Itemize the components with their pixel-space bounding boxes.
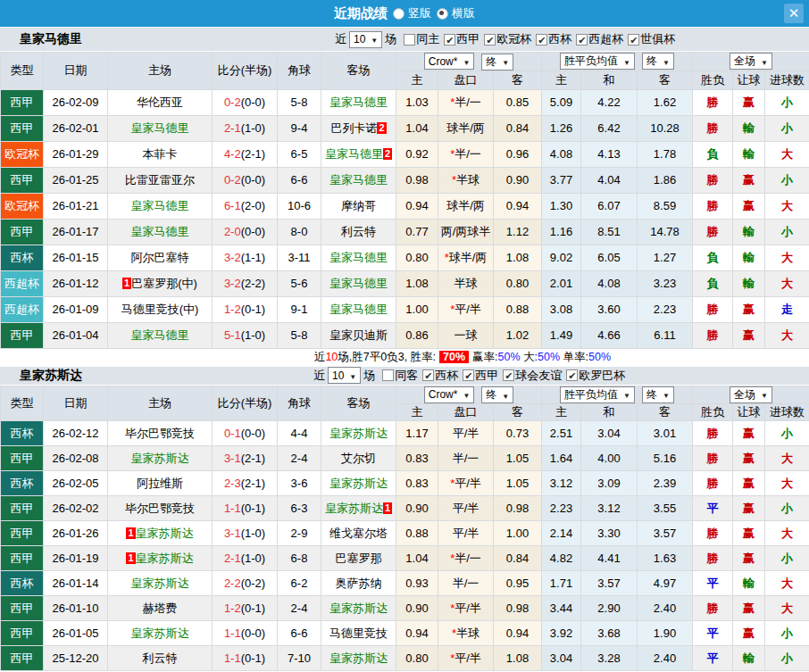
result-cell: 負	[693, 141, 733, 167]
handicap-odds-home: 0.93	[396, 571, 438, 596]
home-team: 皇家马德里	[108, 322, 213, 348]
vertical-layout-radio[interactable]	[393, 8, 404, 20]
corner-count: 4-4	[278, 421, 321, 446]
competition-checkbox[interactable]: 西杯	[536, 31, 571, 47]
column-header-h: 主	[396, 404, 438, 421]
competition-checkbox[interactable]: 世俱杯	[628, 31, 675, 47]
handicap-result-cell: 赢	[733, 596, 765, 621]
odds-away-win: 3.55	[638, 496, 693, 521]
competition-checkbox[interactable]: 球会友谊	[503, 368, 562, 384]
same-venue-checkbox[interactable]: 同客	[382, 368, 418, 384]
odds-away-win: 1.27	[638, 245, 693, 270]
column-header-type: 类型	[1, 53, 44, 90]
goals-result-text: 小	[781, 225, 793, 238]
odds-home-win: 3.08	[542, 296, 581, 322]
odds-source-select[interactable]: Crow*	[424, 386, 475, 403]
competition-checkbox[interactable]: 西甲	[444, 31, 480, 47]
horizontal-layout-radio[interactable]	[437, 8, 448, 20]
chevron-down-icon	[623, 55, 630, 68]
result-text: 勝	[707, 601, 719, 615]
home-team: 本菲卡	[108, 141, 213, 167]
fulltime-score: 6-1	[224, 199, 241, 212]
competition-checkbox[interactable]: 欧罗巴杯	[566, 368, 625, 384]
goals-result-cell: 大	[765, 571, 809, 596]
chevron-down-icon	[502, 389, 509, 402]
home-team: 利云特	[108, 646, 213, 671]
match-scope-select[interactable]: 全场	[730, 53, 772, 70]
goals-result-cell: 小	[765, 167, 809, 193]
halftime-score: (1-0)	[241, 552, 265, 565]
column-header-handicap: 让球	[733, 404, 765, 421]
same-venue-checkbox[interactable]: 同主	[404, 31, 439, 47]
handicap-line: *半/一	[438, 546, 494, 571]
goals-result-cell: 大	[765, 596, 809, 621]
close-button[interactable]: ✕	[784, 4, 804, 23]
competition-label: 西杯	[435, 368, 458, 384]
games-count-select[interactable]: 10	[349, 31, 382, 48]
odds-draw: 3.04	[581, 421, 638, 446]
match-score: 0-1(0-0)	[213, 421, 278, 446]
competition-checkbox[interactable]: 西超杯	[576, 31, 623, 47]
handicap-result-cell: 赢	[733, 546, 765, 571]
handicap-result-cell: 赢	[733, 89, 765, 115]
match-date: 26-01-14	[44, 571, 108, 596]
goals-result-text: 小	[781, 626, 793, 640]
match-score: 3-2(2-2)	[213, 270, 278, 296]
competition-badge: 西杯	[1, 571, 44, 596]
competition-checkbox[interactable]: 西甲	[463, 368, 498, 384]
home-team-name: 毕尔巴鄂竞技	[125, 502, 195, 515]
summary-segment: 近	[314, 350, 326, 365]
match-row: 西杯26-01-14皇家苏斯达2-2(0-2)6-2奥萨苏纳0.93半/一0.9…	[1, 571, 809, 596]
handicap-line: *平/半	[438, 296, 494, 322]
handicap-odds-away: 0.88	[494, 296, 542, 322]
match-score: 2-1(1-0)	[213, 546, 278, 571]
corner-count: 7-10	[278, 646, 321, 671]
match-score: 1-1(0-0)	[213, 621, 278, 646]
odds-away-win: 8.59	[638, 193, 693, 219]
away-team: 皇家马德里	[321, 296, 396, 322]
avg-odds-select[interactable]: 胜平负均值	[560, 53, 635, 70]
column-header-date: 日期	[44, 53, 108, 90]
handicap-result-text: 輸	[743, 225, 755, 238]
home-team-name: 毕尔巴鄂竞技	[125, 427, 195, 440]
avg-stage-select[interactable]: 终	[642, 386, 674, 403]
result-cell: 勝	[693, 89, 733, 115]
away-team-name: 皇家苏斯达	[325, 502, 383, 515]
same-venue-label: 同主	[416, 31, 439, 47]
corner-count: 3-11	[278, 245, 321, 270]
match-date: 26-02-12	[44, 421, 108, 446]
odds-stage-select[interactable]: 终	[481, 386, 513, 403]
close-icon: ✕	[788, 5, 800, 21]
corner-count: 10-6	[278, 193, 321, 219]
goals-result-text: 大	[781, 601, 793, 615]
competition-checkbox[interactable]: 西杯	[422, 368, 458, 384]
match-score: 2-1(1-0)	[213, 115, 278, 141]
home-team: 皇家苏斯达	[108, 446, 213, 471]
rank-badge: 1	[126, 552, 135, 564]
column-header-l: 客	[638, 404, 693, 421]
avg-odds-select[interactable]: 胜平负均值	[560, 386, 635, 403]
games-suffix-label: 场	[363, 368, 375, 384]
fulltime-score: 3-2	[224, 251, 241, 264]
fulltime-score: 2-0	[224, 225, 241, 238]
competition-checkbox[interactable]: 欧冠杯	[484, 31, 531, 47]
odds-source-select[interactable]: Crow*	[424, 53, 475, 70]
games-count-select[interactable]: 10	[328, 367, 361, 384]
avg-stage-select[interactable]: 终	[642, 53, 674, 70]
odds-stage-select[interactable]: 终	[481, 54, 513, 71]
handicap-line: 两/两球半	[438, 219, 494, 245]
odds-away-win: 6.11	[638, 322, 693, 348]
match-scope-select[interactable]: 全场	[730, 386, 772, 403]
handicap-line: 半球	[438, 270, 494, 296]
odds-source-select-value: Crow*	[429, 388, 458, 401]
competition-badge: 西杯	[1, 421, 44, 446]
handicap-odds-away: 1.05	[494, 446, 542, 471]
chevron-down-icon	[349, 369, 356, 382]
fulltime-score: 3-2	[224, 277, 241, 290]
odds-home-win: 5.09	[542, 89, 581, 115]
halftime-score: (2-1)	[241, 147, 265, 161]
checkbox-icon	[404, 34, 415, 46]
handicap-line-text: 半/一	[453, 452, 480, 465]
games-count-select-value: 10	[332, 369, 344, 382]
goals-result-cell: 大	[765, 521, 809, 546]
